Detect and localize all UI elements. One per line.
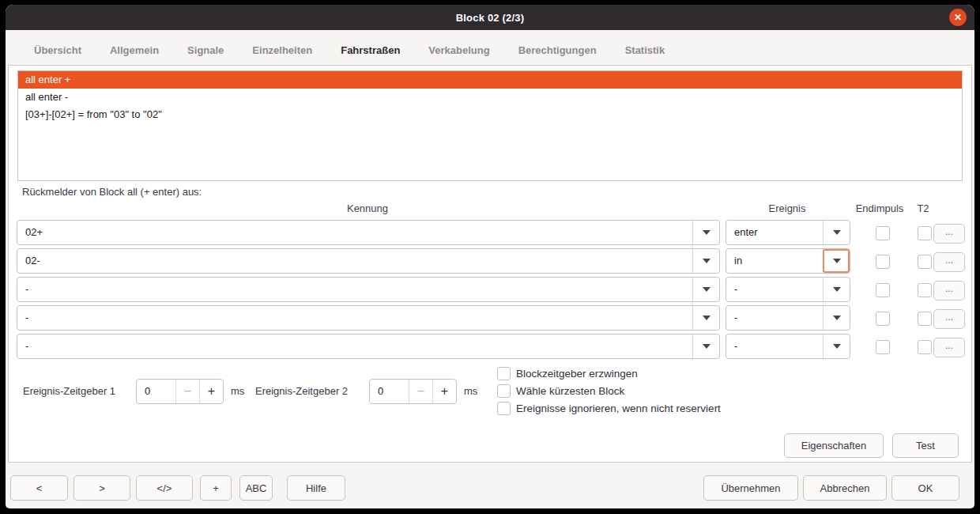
ereignis-value[interactable]: in [734, 249, 821, 273]
more-button[interactable]: ... [933, 338, 965, 357]
dropdown-arrow-button[interactable] [823, 278, 850, 301]
checkbox[interactable] [497, 384, 511, 398]
kennung-combobox[interactable]: - [17, 305, 720, 331]
dropdown-arrow-button[interactable] [692, 221, 719, 244]
more-button[interactable]: ... [933, 224, 965, 244]
kennung-combobox[interactable]: - [17, 334, 720, 359]
timer1-value[interactable]: 0 [145, 380, 150, 403]
add-button[interactable]: + [200, 475, 232, 501]
ereignis-combobox[interactable]: - [726, 277, 850, 302]
chevron-down-icon [703, 344, 710, 349]
abbrechen-button[interactable]: Abbrechen [803, 475, 887, 501]
plus-button[interactable]: + [432, 380, 456, 403]
tab-fahrstrassen[interactable]: Fahrstraßen [326, 30, 414, 70]
plus-button[interactable]: + [199, 380, 223, 403]
dropdown-arrow-button[interactable] [823, 306, 850, 330]
kennung-combobox[interactable]: - [17, 277, 720, 302]
timer2-value[interactable]: 0 [378, 380, 383, 403]
ereignis-combobox-focused[interactable]: in [726, 248, 850, 274]
route-list[interactable]: all enter + all enter - [03+]-[02+] = fr… [17, 70, 963, 181]
chevron-down-icon [833, 316, 841, 320]
titlebar[interactable]: Block 02 (2/3) ✕ [6, 5, 974, 30]
kennung-value[interactable]: 02+ [25, 221, 691, 244]
option-blockzeitgeber[interactable]: Blockzeitgeber erzwingen [497, 366, 638, 380]
list-item[interactable]: all enter + [18, 71, 962, 89]
kennung-value[interactable]: - [25, 306, 691, 330]
chevron-down-icon [703, 230, 710, 235]
dropdown-arrow-button[interactable] [692, 306, 719, 330]
ereignis-combobox[interactable]: enter [726, 220, 850, 245]
prev-button[interactable]: < [10, 475, 68, 501]
ereignis-value[interactable]: - [734, 278, 821, 301]
chevron-down-icon [703, 259, 710, 263]
dropdown-arrow-button[interactable] [692, 278, 719, 301]
t2-checkbox[interactable] [918, 312, 932, 326]
t2-checkbox[interactable] [918, 340, 932, 354]
dropdown-arrow-button[interactable] [823, 249, 850, 273]
kennung-value[interactable]: - [25, 334, 691, 358]
abc-button[interactable]: ABC [239, 475, 273, 501]
more-button[interactable]: ... [933, 252, 965, 272]
kennung-combobox[interactable]: 02- [17, 248, 720, 274]
uebernehmen-button[interactable]: Übernehmen [703, 475, 798, 501]
ereignis-combobox[interactable]: - [726, 305, 850, 331]
dropdown-arrow-button[interactable] [692, 334, 719, 358]
tab-allgemein[interactable]: Allgemein [96, 30, 173, 70]
t2-checkbox[interactable] [918, 226, 932, 240]
column-header-kennung: Kennung [328, 202, 407, 214]
list-item[interactable]: [03+]-[02+] = from "03" to "02" [18, 106, 962, 123]
endimpuls-checkbox[interactable] [876, 255, 890, 269]
minus-button[interactable]: − [409, 380, 432, 403]
tab-bar: Übersicht Allgemein Signale Einzelheiten… [6, 30, 974, 70]
dropdown-arrow-button[interactable] [823, 221, 850, 244]
kennung-value[interactable]: - [25, 278, 691, 301]
more-button[interactable]: ... [933, 281, 965, 300]
dropdown-arrow-button[interactable] [692, 249, 719, 273]
next-button[interactable]: > [74, 475, 130, 501]
ereignis-value[interactable]: - [734, 306, 821, 330]
tab-uebersicht[interactable]: Übersicht [20, 30, 96, 70]
chevron-down-icon [703, 287, 710, 292]
timer2-spinner[interactable]: 0 − + [369, 379, 457, 404]
checkbox[interactable] [497, 402, 511, 415]
close-icon[interactable]: ✕ [949, 9, 967, 26]
t2-checkbox[interactable] [918, 283, 932, 297]
tab-berechtigungen[interactable]: Berechtigungen [504, 30, 611, 70]
timer1-label: Ereignis-Zeitgeber 1 [23, 379, 115, 404]
tab-label: Berechtigungen [518, 44, 597, 56]
tab-verkabelung[interactable]: Verkabelung [414, 30, 503, 70]
minus-button[interactable]: − [175, 380, 199, 403]
checkbox[interactable] [497, 367, 511, 380]
ereignis-value[interactable]: - [734, 334, 821, 358]
endimpuls-checkbox[interactable] [876, 283, 890, 297]
endimpuls-checkbox[interactable] [876, 226, 890, 240]
tab-label: Signale [187, 44, 224, 56]
ereignis-combobox[interactable]: - [726, 334, 850, 359]
kennung-combobox[interactable]: 02+ [17, 220, 720, 245]
list-item[interactable]: all enter - [18, 89, 962, 106]
t2-checkbox[interactable] [918, 255, 932, 269]
hilfe-button[interactable]: Hilfe [287, 475, 345, 501]
tab-page-fahrstrassen: all enter + all enter - [03+]-[02+] = fr… [8, 65, 972, 463]
kennung-value[interactable]: 02- [25, 249, 691, 273]
dropdown-arrow-button[interactable] [823, 334, 850, 358]
test-button[interactable]: Test [892, 433, 959, 458]
option-kuerzester-block[interactable]: Wähle kürzesten Block [497, 384, 624, 398]
tab-einzelheiten[interactable]: Einzelheiten [238, 30, 326, 70]
column-header-t2: T2 [903, 202, 943, 214]
chevron-down-icon [833, 230, 841, 235]
chevron-down-icon [703, 316, 710, 320]
timer1-spinner[interactable]: 0 − + [136, 379, 224, 404]
option-ereignisse-ignorieren[interactable]: Ereignisse ignorieren, wenn nicht reserv… [497, 401, 721, 415]
tab-statistik[interactable]: Statistik [611, 30, 680, 70]
close-glyph: ✕ [954, 12, 962, 23]
tab-signale[interactable]: Signale [173, 30, 238, 70]
tab-label: Einzelheiten [252, 44, 312, 56]
more-button[interactable]: ... [933, 309, 965, 329]
ok-button[interactable]: OK [891, 475, 959, 501]
code-button[interactable]: </> [136, 475, 193, 501]
ereignis-value[interactable]: enter [734, 221, 821, 244]
endimpuls-checkbox[interactable] [876, 340, 890, 354]
endimpuls-checkbox[interactable] [876, 312, 890, 326]
eigenschaften-button[interactable]: Eigenschaften [784, 433, 884, 458]
